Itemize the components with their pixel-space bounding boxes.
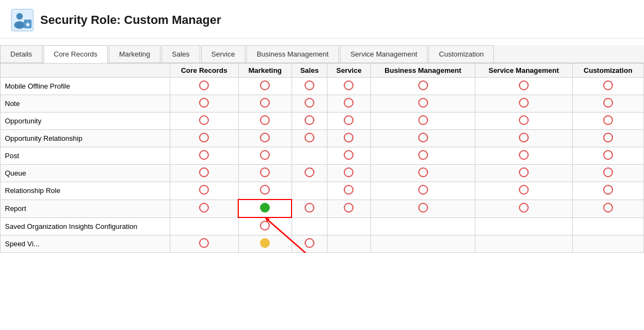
cell-r3-c5[interactable] bbox=[475, 130, 573, 147]
permission-circle-empty[interactable] bbox=[199, 185, 209, 195]
permission-circle-empty[interactable] bbox=[305, 80, 314, 90]
permission-circle-yellow[interactable] bbox=[260, 238, 270, 248]
permission-circle-empty[interactable] bbox=[305, 203, 314, 213]
cell-r9-c0[interactable] bbox=[170, 235, 238, 253]
cell-r0-c1[interactable] bbox=[238, 78, 292, 95]
cell-r0-c0[interactable] bbox=[170, 78, 238, 95]
permission-circle-empty[interactable] bbox=[519, 133, 529, 142]
permission-circle-empty[interactable] bbox=[344, 167, 354, 177]
permission-circle-empty[interactable] bbox=[260, 80, 270, 90]
permission-circle-empty[interactable] bbox=[344, 98, 354, 108]
permission-circle-empty[interactable] bbox=[305, 238, 314, 248]
permission-circle-empty[interactable] bbox=[603, 185, 613, 195]
cell-r7-c4[interactable] bbox=[370, 200, 475, 217]
permission-circle-empty[interactable] bbox=[603, 133, 613, 142]
permission-circle-empty[interactable] bbox=[305, 133, 314, 142]
cell-r2-c0[interactable] bbox=[170, 113, 238, 130]
cell-r8-c0[interactable] bbox=[170, 217, 238, 235]
tab-customization[interactable]: Customization bbox=[429, 45, 494, 63]
permission-circle-empty[interactable] bbox=[199, 133, 209, 142]
permission-circle-empty[interactable] bbox=[418, 80, 428, 90]
permission-circle-empty[interactable] bbox=[344, 133, 354, 142]
tab-business-management[interactable]: Business Management bbox=[246, 45, 339, 63]
permission-circle-empty[interactable] bbox=[603, 203, 613, 213]
cell-r5-c5[interactable] bbox=[475, 165, 573, 182]
cell-r5-c0[interactable] bbox=[170, 165, 238, 182]
cell-r2-c1[interactable] bbox=[238, 113, 292, 130]
permission-circle-empty[interactable] bbox=[199, 238, 209, 248]
cell-r6-c6[interactable] bbox=[572, 182, 643, 200]
permission-circle-empty[interactable] bbox=[260, 167, 270, 177]
cell-r7-c2[interactable] bbox=[292, 200, 327, 217]
permission-circle-empty[interactable] bbox=[260, 150, 270, 160]
cell-r7-c1[interactable] bbox=[238, 200, 292, 217]
permission-circle-empty[interactable] bbox=[199, 150, 209, 160]
cell-r1-c6[interactable] bbox=[572, 95, 643, 113]
cell-r0-c2[interactable] bbox=[292, 78, 327, 95]
cell-r6-c3[interactable] bbox=[327, 182, 371, 200]
permission-circle-empty[interactable] bbox=[418, 203, 428, 213]
permission-circle-empty[interactable] bbox=[305, 98, 314, 108]
cell-r6-c1[interactable] bbox=[238, 182, 292, 200]
cell-r1-c1[interactable] bbox=[238, 95, 292, 113]
cell-r7-c3[interactable] bbox=[327, 200, 371, 217]
permission-circle-empty[interactable] bbox=[199, 167, 209, 177]
cell-r2-c5[interactable] bbox=[475, 113, 573, 130]
permission-circle-empty[interactable] bbox=[519, 203, 529, 213]
permission-circle-empty[interactable] bbox=[519, 185, 529, 195]
cell-r7-c0[interactable] bbox=[170, 200, 238, 217]
cell-r1-c5[interactable] bbox=[475, 95, 573, 113]
permission-circle-empty[interactable] bbox=[519, 167, 529, 177]
cell-r7-c5[interactable] bbox=[475, 200, 573, 217]
cell-r8-c4[interactable] bbox=[370, 217, 475, 235]
cell-r0-c4[interactable] bbox=[370, 78, 475, 95]
cell-r3-c6[interactable] bbox=[572, 130, 643, 147]
permission-circle-empty[interactable] bbox=[199, 115, 209, 125]
cell-r8-c3[interactable] bbox=[327, 217, 371, 235]
permission-circle-empty[interactable] bbox=[344, 150, 354, 160]
tab-details[interactable]: Details bbox=[0, 45, 42, 63]
permission-circle-empty[interactable] bbox=[260, 115, 270, 125]
cell-r9-c2[interactable] bbox=[292, 235, 327, 253]
permission-circle-empty[interactable] bbox=[418, 115, 428, 125]
permission-circle-green[interactable] bbox=[260, 203, 270, 213]
permission-circle-empty[interactable] bbox=[260, 98, 270, 108]
cell-r0-c3[interactable] bbox=[327, 78, 371, 95]
permission-circle-empty[interactable] bbox=[418, 133, 428, 142]
cell-r5-c2[interactable] bbox=[292, 165, 327, 182]
cell-r4-c6[interactable] bbox=[572, 147, 643, 165]
permission-circle-empty[interactable] bbox=[199, 203, 209, 213]
permission-circle-empty[interactable] bbox=[603, 115, 613, 125]
permission-circle-empty[interactable] bbox=[603, 80, 613, 90]
permission-circle-empty[interactable] bbox=[344, 203, 354, 213]
cell-r2-c6[interactable] bbox=[572, 113, 643, 130]
cell-r8-c2[interactable] bbox=[292, 217, 327, 235]
cell-r4-c2[interactable] bbox=[292, 147, 327, 165]
cell-r9-c4[interactable] bbox=[370, 235, 475, 253]
cell-r3-c2[interactable] bbox=[292, 130, 327, 147]
permission-circle-empty[interactable] bbox=[603, 150, 613, 160]
tab-core-records[interactable]: Core Records bbox=[44, 45, 108, 63]
permission-circle-empty[interactable] bbox=[418, 98, 428, 108]
permission-circle-empty[interactable] bbox=[603, 98, 613, 108]
cell-r4-c4[interactable] bbox=[370, 147, 475, 165]
cell-r9-c1[interactable] bbox=[238, 235, 292, 253]
permission-circle-empty[interactable] bbox=[418, 167, 428, 177]
cell-r5-c6[interactable] bbox=[572, 165, 643, 182]
permission-circle-empty[interactable] bbox=[305, 167, 314, 177]
cell-r5-c4[interactable] bbox=[370, 165, 475, 182]
cell-r5-c3[interactable] bbox=[327, 165, 371, 182]
permission-circle-empty[interactable] bbox=[418, 185, 428, 195]
permission-circle-empty[interactable] bbox=[305, 115, 314, 125]
tab-service-management[interactable]: Service Management bbox=[340, 45, 428, 63]
cell-r4-c1[interactable] bbox=[238, 147, 292, 165]
cell-r1-c3[interactable] bbox=[327, 95, 371, 113]
cell-r1-c0[interactable] bbox=[170, 95, 238, 113]
cell-r2-c3[interactable] bbox=[327, 113, 371, 130]
cell-r0-c6[interactable] bbox=[572, 78, 643, 95]
permission-circle-empty[interactable] bbox=[344, 80, 354, 90]
cell-r1-c4[interactable] bbox=[370, 95, 475, 113]
cell-r9-c5[interactable] bbox=[475, 235, 573, 253]
cell-r9-c3[interactable] bbox=[327, 235, 371, 253]
cell-r3-c3[interactable] bbox=[327, 130, 371, 147]
